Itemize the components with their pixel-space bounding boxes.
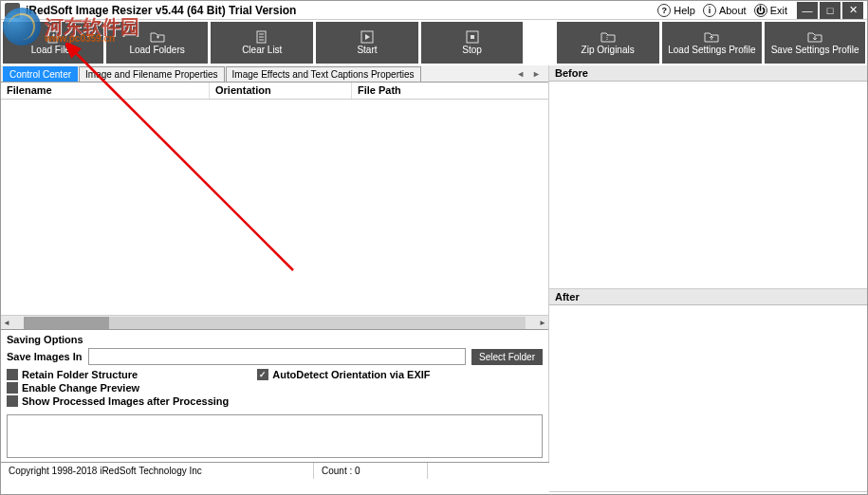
about-label: About [719, 5, 747, 16]
save-profile-label: Save Settings Profile [771, 45, 859, 55]
window-title: iRedSoft Image Resizer v5.44 (64 Bit) Tr… [26, 4, 657, 17]
saving-options-panel: Saving Options Save Images In Select Fol… [1, 329, 548, 411]
close-button[interactable]: ✕ [842, 2, 863, 19]
exit-link[interactable]: ⏻ Exit [754, 4, 787, 17]
load-profile-icon [703, 30, 720, 44]
show-processed-checkbox[interactable]: Show Processed Images after Processing [7, 395, 229, 407]
minimize-button[interactable]: — [797, 2, 818, 19]
exit-icon: ⏻ [754, 4, 767, 17]
before-section: Before [549, 65, 867, 289]
retain-structure-checkbox[interactable]: Retain Folder Structure [7, 369, 229, 380]
tab-strip: Control Center Image and Filename Proper… [1, 65, 548, 82]
svg-rect-0 [48, 31, 57, 43]
file-plus-icon [45, 30, 62, 44]
zip-originals-button[interactable]: Zip Originals [557, 22, 659, 64]
save-profile-icon [806, 30, 823, 44]
load-folders-label: Load Folders [129, 45, 184, 55]
maximize-button[interactable]: □ [820, 2, 840, 19]
before-preview [549, 82, 867, 288]
start-label: Start [357, 45, 377, 55]
autodetect-exif-checkbox[interactable]: AutoDetect Orientation via EXIF [257, 369, 430, 380]
app-icon [5, 3, 20, 18]
file-list-header: Filename Orientation File Path [1, 82, 548, 100]
after-section: After [549, 289, 867, 492]
enable-preview-checkbox[interactable]: Enable Change Preview [7, 382, 229, 394]
help-label: Help [674, 5, 695, 16]
help-icon: ? [657, 4, 671, 17]
preview-panel: Before After [549, 65, 867, 462]
col-filename[interactable]: Filename [1, 82, 210, 99]
save-in-input[interactable] [88, 348, 467, 365]
load-folders-button[interactable]: Load Folders [106, 22, 209, 64]
load-profile-label: Load Settings Profile [668, 45, 755, 55]
title-bar: iRedSoft Image Resizer v5.44 (64 Bit) Tr… [1, 1, 867, 20]
col-filepath[interactable]: File Path [352, 82, 548, 99]
select-folder-button[interactable]: Select Folder [471, 349, 543, 365]
play-icon [359, 30, 376, 44]
after-header: After [549, 289, 867, 305]
before-header: Before [549, 65, 867, 82]
after-preview [549, 305, 867, 491]
scroll-left-icon[interactable]: ◄ [1, 319, 12, 327]
copyright-text: Copyright 1998-2018 iRedSoft Technology … [1, 463, 314, 479]
about-link[interactable]: i About [703, 4, 747, 17]
help-link[interactable]: ? Help [657, 4, 695, 17]
about-icon: i [703, 4, 716, 17]
tab-control-center[interactable]: Control Center [3, 66, 78, 82]
main-toolbar: Load Files Load Folders Clear List Start… [1, 20, 867, 65]
col-orientation[interactable]: Orientation [210, 82, 352, 99]
clear-icon [253, 30, 270, 44]
stop-icon [464, 30, 481, 44]
load-profile-button[interactable]: Load Settings Profile [662, 22, 763, 64]
start-button[interactable]: Start [316, 22, 418, 64]
file-list[interactable] [1, 100, 548, 315]
zip-icon [600, 30, 617, 44]
svg-rect-4 [471, 35, 474, 39]
load-files-button[interactable]: Load Files [3, 22, 103, 64]
load-files-label: Load Files [31, 45, 75, 55]
zip-label: Zip Originals [582, 45, 635, 55]
tab-prev-icon[interactable]: ◄ [516, 69, 525, 79]
horizontal-scrollbar[interactable]: ◄ ► [1, 315, 548, 329]
scroll-thumb[interactable] [24, 317, 109, 329]
stop-label: Stop [462, 45, 482, 55]
count-text: Count : 0 [314, 463, 428, 479]
save-profile-button[interactable]: Save Settings Profile [765, 22, 865, 64]
scroll-right-icon[interactable]: ► [537, 319, 548, 327]
saving-options-legend: Saving Options [7, 334, 543, 345]
left-panel: Control Center Image and Filename Proper… [1, 65, 549, 462]
folder-plus-icon [149, 30, 166, 44]
log-textarea[interactable] [7, 414, 543, 458]
clear-list-label: Clear List [242, 45, 282, 55]
stop-button[interactable]: Stop [421, 22, 524, 64]
clear-list-button[interactable]: Clear List [211, 22, 313, 64]
main-content: Control Center Image and Filename Proper… [1, 65, 867, 462]
save-in-label: Save Images In [7, 351, 83, 362]
tab-image-properties[interactable]: Image and Filename Properties [79, 66, 225, 82]
tab-image-effects[interactable]: Image Effects and Text Captions Properti… [226, 66, 421, 82]
exit-label: Exit [770, 5, 787, 16]
tab-next-icon[interactable]: ► [532, 69, 541, 79]
